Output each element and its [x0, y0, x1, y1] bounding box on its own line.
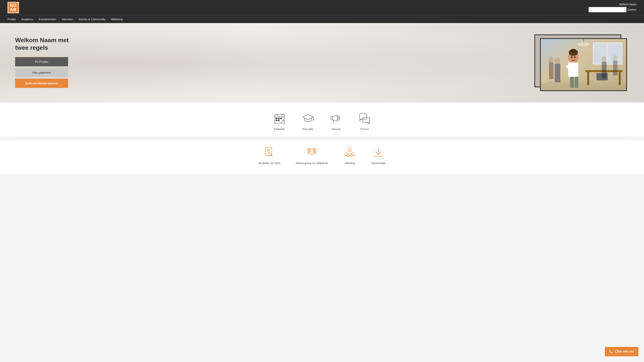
search-row: Zoeken	[588, 7, 636, 12]
svg-point-64	[348, 148, 351, 151]
educatie-label: Educatie	[302, 128, 313, 130]
bottom-link-afdeling[interactable]: Afdeling	[343, 146, 356, 165]
svg-rect-24	[613, 60, 618, 76]
quick-links-section: Kalender Educatie Nieuws	[0, 102, 644, 136]
nav-item-evenementen[interactable]: Evenementen	[39, 15, 56, 23]
svg-rect-44	[331, 117, 332, 120]
hero-image-area	[534, 34, 629, 91]
svg-rect-22	[602, 62, 606, 78]
svg-point-55	[309, 149, 315, 155]
svg-point-63	[308, 149, 308, 150]
svg-rect-35	[280, 118, 282, 119]
nav-item-profiel[interactable]: Profiel	[8, 15, 16, 23]
search-input[interactable]	[588, 7, 626, 12]
zoek-kantoor-button[interactable]: Zoek een NOAB-kantoor	[15, 79, 68, 88]
svg-point-19	[555, 58, 560, 64]
main-nav: Profiel Academy Evenementen Diensten Ken…	[0, 15, 644, 23]
logo[interactable]: NO AB	[8, 2, 19, 13]
svg-point-66	[348, 153, 351, 156]
kalender-label: Kalender	[274, 128, 285, 130]
quick-link-educatie[interactable]: Educatie	[301, 112, 314, 130]
chat-bubbles-icon	[358, 112, 371, 125]
nav-item-diensten[interactable]: Diensten	[62, 15, 73, 23]
nav-item-academy[interactable]: Academy	[21, 15, 33, 23]
svg-point-59	[312, 151, 314, 152]
megaphone-icon	[330, 112, 343, 125]
svg-rect-47	[363, 118, 370, 122]
svg-point-18	[574, 56, 576, 58]
svg-rect-37	[278, 120, 280, 121]
bottom-link-downloads[interactable]: Downloads	[372, 146, 386, 165]
hero-image-inner	[540, 38, 627, 91]
headset-icon	[305, 146, 318, 159]
downloads-label: Downloads	[372, 162, 386, 165]
mijn-gegevens-button[interactable]: Mijn gegevens	[15, 68, 68, 77]
svg-point-67	[352, 153, 354, 156]
svg-rect-7	[619, 72, 621, 85]
graduation-icon	[301, 112, 314, 125]
svg-rect-34	[278, 118, 280, 119]
svg-line-38	[282, 120, 284, 122]
svg-rect-20	[555, 64, 560, 82]
logo-line1: NO	[10, 4, 17, 8]
download-icon	[372, 146, 385, 159]
svg-rect-36	[276, 120, 277, 121]
forum-label: Forum	[360, 128, 368, 130]
svg-point-23	[613, 56, 617, 61]
group-icon	[343, 146, 356, 159]
hero-title: Welkom Naam met twee regels	[15, 36, 76, 52]
svg-rect-33	[276, 118, 277, 119]
svg-point-65	[345, 153, 348, 156]
welcome-text: Welkom Naam	[619, 3, 636, 6]
pe-punten-button[interactable]: Pe-Punten	[15, 57, 68, 66]
svg-point-62	[314, 149, 314, 150]
svg-line-39	[281, 122, 282, 123]
svg-point-28	[578, 42, 589, 46]
bottom-link-modellen[interactable]: Modellen en NSK	[258, 146, 281, 165]
svg-point-25	[549, 57, 553, 63]
svg-rect-15	[570, 77, 574, 88]
quick-link-forum[interactable]: Forum	[358, 112, 371, 130]
nieuws-label: Nieuws	[332, 128, 341, 130]
quick-link-nieuws[interactable]: Nieuws	[330, 112, 343, 130]
hero-section: Welkom Naam met twee regels Pe-Punten Mi…	[0, 23, 644, 102]
logo-line2: AB	[10, 8, 16, 12]
nav-item-kennis[interactable]: Kennis & Community	[79, 15, 105, 23]
header: NO AB Welkom Naam Zoeken	[0, 0, 644, 15]
helpdesk-label: Adviesgroep en Helpdesk	[296, 162, 328, 165]
search-button[interactable]: Zoeken	[628, 8, 636, 11]
calendar-icon	[273, 112, 286, 125]
svg-rect-6	[587, 72, 589, 85]
header-right: Welkom Naam Zoeken	[588, 3, 636, 12]
svg-rect-26	[549, 62, 554, 79]
bottom-link-helpdesk[interactable]: Adviesgroep en Helpdesk	[296, 146, 328, 165]
svg-marker-41	[303, 114, 313, 120]
svg-point-21	[602, 56, 606, 62]
svg-rect-46	[360, 114, 367, 119]
svg-point-11	[570, 49, 576, 52]
afdeling-label: Afdeling	[344, 162, 355, 165]
quick-link-kalender[interactable]: Kalender	[273, 112, 286, 130]
modellen-label: Modellen en NSK	[258, 162, 281, 165]
svg-rect-16	[575, 77, 578, 88]
nav-item-webshop[interactable]: Webshop	[111, 15, 123, 23]
svg-point-58	[310, 151, 311, 152]
document-search-icon	[263, 146, 276, 159]
hero-left: Welkom Naam met twee regels Pe-Punten Mi…	[15, 36, 76, 90]
svg-line-54	[269, 154, 270, 155]
bottom-links-section: Modellen en NSK Adviesgroep	[0, 140, 644, 174]
svg-point-17	[571, 56, 572, 58]
